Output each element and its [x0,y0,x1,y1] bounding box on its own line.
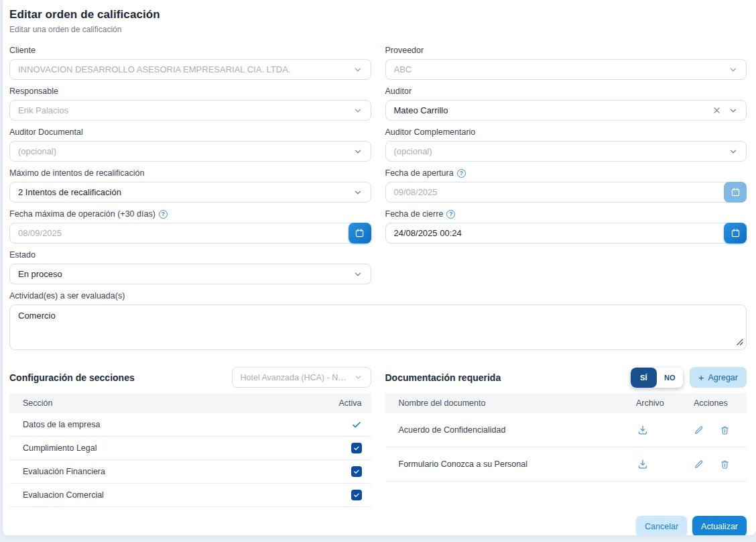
max-intentos-value: 2 Intentos de recalificación [18,187,121,197]
add-document-button[interactable]: + Agregar [690,367,747,388]
cancel-button[interactable]: Cancelar [636,516,687,535]
calendar-button[interactable] [724,223,747,243]
auditor-complementario-value: (opcional) [394,146,432,156]
download-icon[interactable] [637,459,648,470]
sections-config-panel: Configuración de secciones Hotel Avanzad… [9,367,371,507]
field-auditor-complementario: Auditor Complementario (opcional) [385,127,747,162]
checkbox-checked[interactable] [351,490,362,500]
help-icon[interactable]: ? [457,169,466,178]
chevron-down-icon [353,65,363,74]
field-actividades: Actividad(es) a ser evaluada(s) Comercio [9,291,747,350]
cliente-select[interactable]: INNOVACION DESARROLLO ASESORIA EMPRESARI… [9,59,371,80]
chevron-down-icon [729,147,738,156]
auditor-value: Mateo Carrillo [394,105,448,115]
delete-icon[interactable] [720,425,730,435]
help-icon[interactable]: ? [446,210,455,219]
toggle-no[interactable]: NO [657,368,683,388]
field-fecha-maxima: Fecha máxima de operación (+30 días) ? 0… [9,209,371,243]
auditor-label: Auditor [385,87,747,96]
column-actions: Acciones [694,398,747,408]
chevron-down-icon [354,373,363,382]
chevron-down-icon [729,106,738,115]
estado-value: En proceso [18,269,62,279]
responsable-select[interactable]: Erik Palacios [9,100,371,121]
table-row: Cumplimiento Legal [9,437,371,460]
edit-icon[interactable] [694,425,704,435]
field-auditor: Auditor Mateo Carrillo [385,87,747,121]
field-auditor-documental: Auditor Documental (opcional) [9,127,371,162]
fecha-cierre-label: Fecha de cierre [385,209,444,219]
footer-actions: Cancelar Actualizar [9,516,747,535]
section-name: Datos de la empresa [23,420,100,429]
table-row: Evaluación Financiera [9,460,371,484]
auditor-complementario-select[interactable]: (opcional) [385,141,747,162]
toggle-yes[interactable]: SÍ [631,368,657,388]
update-button[interactable]: Actualizar [692,516,747,535]
fecha-maxima-value: 08/09/2025 [18,228,62,238]
actividades-textarea[interactable]: Comercio [9,305,747,350]
fecha-cierre-input[interactable]: 24/08/2025 00:24 [385,223,747,243]
cliente-value: INNOVACION DESARROLLO ASESORIA EMPRESARI… [18,64,290,74]
table-row: Acuerdo de Confidencialidad [385,413,747,447]
download-icon[interactable] [637,425,648,435]
max-intentos-select[interactable]: 2 Intentos de recalificación [9,182,371,203]
order-form: Cliente INNOVACION DESARROLLO ASESORIA E… [9,46,747,291]
cliente-label: Cliente [9,46,371,55]
responsable-label: Responsable [9,87,371,96]
checkbox-checked[interactable] [351,466,362,477]
calendar-button[interactable] [724,182,747,203]
edit-order-modal: Editar orden de calificación Editar una … [3,0,756,535]
fecha-maxima-label: Fecha máxima de operación (+30 días) [9,209,155,219]
estado-label: Estado [9,250,371,260]
required-docs-toggle: SÍ NO [631,368,683,388]
field-fecha-apertura: Fecha de apertura ? 09/08/2025 [385,168,747,203]
auditor-documental-value: (opcional) [18,146,56,156]
page-title: Editar orden de calificación [9,8,747,21]
table-row: Formulario Conozca a su Personal [385,447,747,482]
document-name: Acuerdo de Confidencialidad [399,425,637,435]
section-name: Cumplimiento Legal [23,443,97,453]
column-file: Archivo [636,398,694,408]
auditor-complementario-label: Auditor Complementario [385,127,747,137]
fecha-apertura-value: 09/08/2025 [394,187,438,197]
chevron-down-icon [353,188,363,197]
auditor-documental-select[interactable]: (opcional) [9,141,371,162]
table-row: Evaluacion Comercial [9,484,371,507]
actividades-label: Actividad(es) a ser evaluada(s) [9,291,747,301]
chevron-down-icon [353,147,363,156]
fecha-apertura-label: Fecha de apertura [385,168,454,178]
page-subtitle: Editar una orden de calificación [9,25,747,34]
checkbox-checked[interactable] [351,443,362,453]
check-icon [351,419,362,430]
sections-title: Configuración de secciones [9,372,135,383]
calendar-button[interactable] [349,223,371,243]
documents-title: Documentación requerida [385,372,501,383]
sections-table-header: Sección Activa [9,393,371,413]
estado-select[interactable]: En proceso [9,264,371,284]
template-select-value: Hotel Avanzada (HCA) - Natural [241,373,347,382]
plus-icon: + [698,372,704,382]
column-document-name: Nombre del documento [399,398,637,408]
auditor-select[interactable]: Mateo Carrillo [385,100,747,121]
documents-panel: Documentación requerida SÍ NO + Agregar … [385,367,747,507]
section-name: Evaluación Financiera [23,467,105,476]
edit-icon[interactable] [694,459,704,470]
add-document-label: Agregar [708,373,738,382]
help-icon[interactable]: ? [159,210,168,219]
fecha-cierre-value: 24/08/2025 00:24 [394,228,462,238]
chevron-down-icon [729,65,738,74]
column-seccion: Sección [23,398,52,408]
column-activa: Activa [338,398,361,408]
section-name: Evaluacion Comercial [23,490,104,500]
fecha-maxima-input: 08/09/2025 [9,223,371,243]
delete-icon[interactable] [720,459,730,470]
chevron-down-icon [353,106,363,115]
auditor-documental-label: Auditor Documental [9,127,371,137]
clear-icon[interactable] [712,106,721,115]
template-select[interactable]: Hotel Avanzada (HCA) - Natural [232,367,371,388]
table-row: Datos de la empresa [9,413,371,437]
proveedor-value: ABC [394,64,412,74]
field-estado: Estado En proceso [9,250,371,284]
proveedor-select[interactable]: ABC [385,59,747,80]
document-name: Formulario Conozca a su Personal [399,459,637,469]
